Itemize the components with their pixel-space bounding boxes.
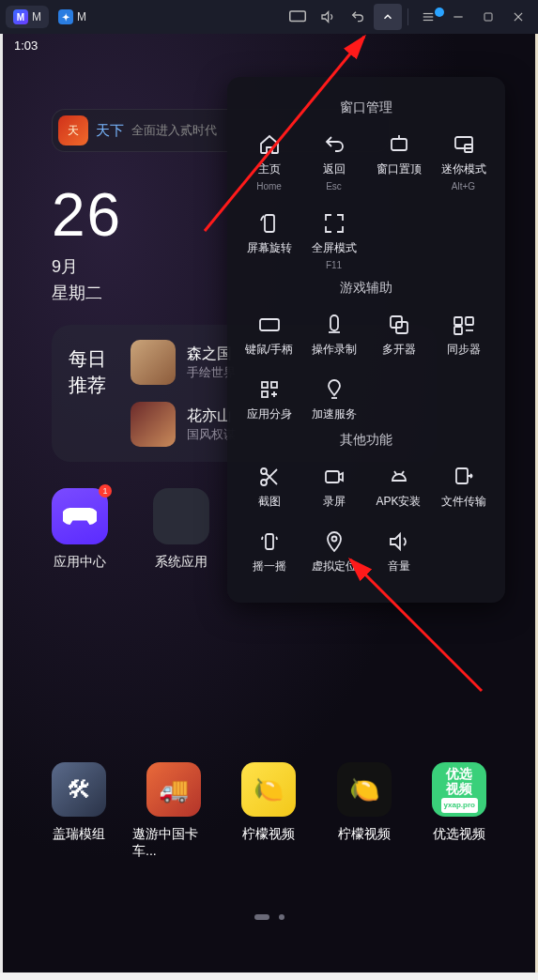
menu-button[interactable] — [414, 4, 442, 30]
status-time: 1:03 — [14, 38, 38, 53]
panel-section-game: 游戏辅助 — [237, 280, 496, 297]
expand-up-button[interactable] — [374, 4, 402, 30]
minimize-button[interactable] — [444, 4, 472, 30]
app-center-label: 应用中心 — [54, 554, 106, 571]
notification-dot-icon — [435, 8, 444, 17]
svg-rect-23 — [454, 327, 462, 334]
svg-rect-35 — [266, 534, 273, 549]
mini-icon — [450, 133, 478, 156]
panel-multi[interactable]: 多开器 — [366, 310, 431, 361]
emulator-screen: 1:03 天 天下 全面进入贰时代 26 9月 星期二 每日 推荐 森之国 — [3, 34, 535, 972]
maximize-button[interactable] — [474, 4, 502, 30]
svg-rect-12 — [455, 137, 472, 148]
keyboard-icon[interactable] — [284, 4, 312, 30]
panel-fullscreen[interactable]: 全屏模式 F11 — [301, 208, 366, 274]
scissors-icon — [255, 466, 284, 488]
system-apps-label: 系统应用 — [155, 554, 208, 571]
back-icon — [320, 133, 348, 156]
panel-record-screen[interactable]: 录屏 — [301, 462, 366, 513]
page-dot-active — [254, 914, 269, 920]
panel-volume[interactable]: 音量 — [366, 527, 431, 578]
panel-back[interactable]: 返回 Esc — [301, 130, 366, 195]
panel-ontop[interactable]: 窗口置顶 — [366, 130, 431, 195]
panel-screenshot[interactable]: 截图 — [237, 462, 301, 513]
multi-icon — [385, 314, 413, 336]
panel-apk[interactable]: APK安装 — [366, 462, 431, 513]
close-button[interactable] — [504, 4, 532, 30]
panel-boost[interactable]: 加速服务 — [301, 375, 366, 426]
dock-app-5[interactable]: 优选视频 yxap.pro 优选视频 — [418, 762, 500, 860]
tab-2-label: M — [77, 10, 86, 23]
assistant-icon: ✦ — [58, 9, 73, 24]
dock-label: 优选视频 — [433, 826, 485, 843]
quick-panel: 窗口管理 主页 Home 返回 Esc 窗口置顶 迷你模式 Alt+G — [227, 77, 505, 603]
status-bar: 1:03 — [3, 34, 535, 56]
panel-clone[interactable]: 应用分身 — [237, 375, 301, 426]
svg-rect-31 — [326, 471, 339, 482]
dock-tile-icon: 🍋 — [241, 762, 296, 817]
panel-home[interactable]: 主页 Home — [237, 130, 301, 195]
system-apps-folder[interactable]: 系统应用 — [153, 488, 209, 571]
svg-rect-14 — [265, 215, 274, 232]
page-dot — [279, 914, 284, 920]
svg-rect-0 — [290, 11, 306, 22]
sync-icon — [450, 314, 478, 336]
panel-section-window: 窗口管理 — [237, 100, 496, 116]
svg-rect-21 — [454, 317, 462, 325]
dock-tile-icon: 🍋 — [337, 762, 392, 817]
svg-rect-25 — [271, 382, 277, 388]
recommend-thumb-icon — [131, 340, 176, 385]
dock-tile-icon: 🚚 — [146, 762, 201, 817]
dock-label: 盖瑞模组 — [53, 826, 105, 843]
page-indicator[interactable] — [254, 914, 284, 920]
volume-icon[interactable] — [314, 4, 342, 30]
panel-shake[interactable]: 摇一摇 — [237, 527, 301, 578]
video-icon — [320, 466, 348, 488]
separator — [407, 8, 408, 25]
folder-icon — [153, 488, 209, 544]
svg-line-32 — [394, 471, 396, 474]
panel-record-action[interactable]: 操作录制 — [301, 310, 366, 361]
panel-keymap[interactable]: 键鼠/手柄 — [237, 310, 301, 361]
promo-text: 全面进入贰时代 — [131, 122, 217, 139]
dock-tile-icon: 优选视频 yxap.pro — [432, 762, 486, 817]
panel-file[interactable]: 文件传输 — [431, 462, 496, 513]
app-center-icon[interactable]: 1 应用中心 — [52, 488, 108, 571]
fullscreen-icon — [320, 212, 348, 235]
promo-app-icon: 天 — [58, 115, 88, 145]
svg-rect-26 — [262, 391, 268, 397]
svg-marker-37 — [391, 534, 400, 549]
svg-rect-11 — [392, 139, 407, 150]
tab-1-label: M — [32, 10, 41, 23]
svg-rect-8 — [484, 13, 492, 21]
panel-gps[interactable]: 虚拟定位 — [301, 527, 366, 578]
dock-app-1[interactable]: 🛠 盖瑞模组 — [38, 762, 120, 860]
tab-1[interactable]: M M — [6, 6, 49, 28]
gamepad-icon: 1 — [52, 488, 108, 544]
panel-sync[interactable]: 同步器 — [431, 310, 496, 361]
dock-app-4[interactable]: 🍋 柠檬视频 — [323, 762, 406, 860]
android-icon — [385, 466, 413, 488]
svg-marker-3 — [322, 12, 329, 23]
svg-point-36 — [331, 537, 336, 542]
svg-rect-18 — [330, 315, 338, 330]
boost-icon — [320, 378, 348, 401]
location-icon — [320, 530, 348, 553]
dock-label: 柠檬视频 — [242, 826, 295, 843]
dock-app-2[interactable]: 🚚 遨游中国卡车... — [132, 762, 215, 860]
dock-label: 柠檬视频 — [338, 826, 391, 843]
dock-label: 遨游中国卡车... — [132, 826, 215, 860]
pin-icon — [385, 133, 413, 156]
panel-rotate[interactable]: 屏幕旋转 — [237, 208, 301, 274]
svg-rect-34 — [456, 468, 468, 483]
promo-app-name: 天下 — [96, 122, 124, 140]
svg-line-33 — [402, 471, 404, 474]
dock: 🛠 盖瑞模组 🚚 遨游中国卡车... 🍋 柠檬视频 🍋 柠檬视频 优选视频 yx… — [3, 762, 535, 860]
tab-2[interactable]: ✦ M — [51, 6, 94, 28]
window-edge — [0, 972, 538, 980]
shake-icon — [255, 530, 284, 553]
volume-icon — [385, 530, 413, 553]
dock-app-3[interactable]: 🍋 柠檬视频 — [227, 762, 310, 860]
panel-mini[interactable]: 迷你模式 Alt+G — [431, 130, 496, 195]
undo-icon[interactable] — [344, 4, 372, 30]
